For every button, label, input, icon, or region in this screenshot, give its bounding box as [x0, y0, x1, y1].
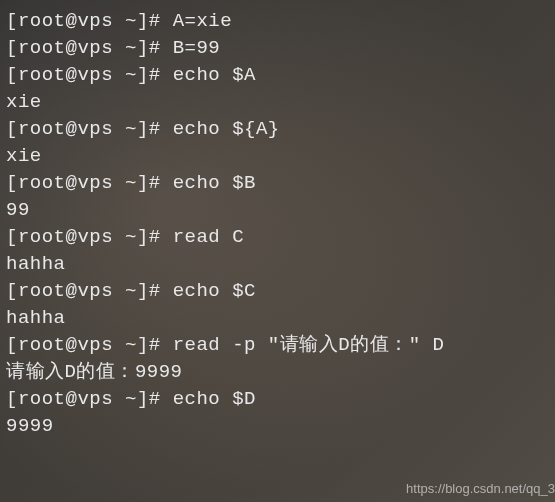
terminal-line: xie — [6, 89, 549, 116]
terminal-line: [root@vps ~]# echo $A — [6, 62, 549, 89]
terminal-line: xie — [6, 143, 549, 170]
terminal-line: 请输入D的值：9999 — [6, 359, 549, 386]
terminal-line: [root@vps ~]# read C — [6, 224, 549, 251]
terminal-output: [root@vps ~]# A=xie[root@vps ~]# B=99[ro… — [6, 8, 549, 440]
terminal-line: [root@vps ~]# B=99 — [6, 35, 549, 62]
terminal-line: [root@vps ~]# echo ${A} — [6, 116, 549, 143]
terminal-line: 99 — [6, 197, 549, 224]
terminal-line: [root@vps ~]# read -p "请输入D的值：" D — [6, 332, 549, 359]
watermark-text: https://blog.csdn.net/qq_3 — [406, 480, 555, 498]
terminal-line: hahha — [6, 251, 549, 278]
terminal-line: [root@vps ~]# echo $D — [6, 386, 549, 413]
terminal-line: [root@vps ~]# echo $C — [6, 278, 549, 305]
terminal-line: [root@vps ~]# A=xie — [6, 8, 549, 35]
terminal-line: [root@vps ~]# echo $B — [6, 170, 549, 197]
terminal-line: 9999 — [6, 413, 549, 440]
terminal-line: hahha — [6, 305, 549, 332]
